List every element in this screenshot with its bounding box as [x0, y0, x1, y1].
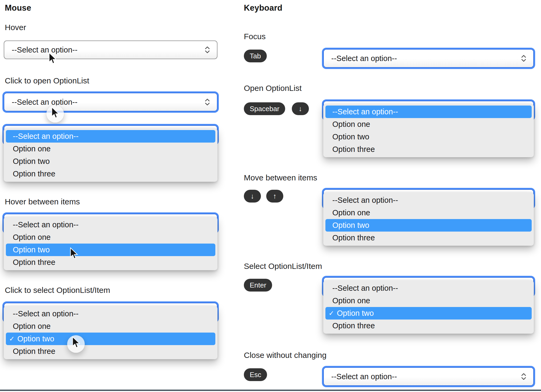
bottom-divider	[0, 390, 541, 391]
hover-section-label: Hover	[5, 23, 26, 32]
open-optionlist-section-label: Open OptionList	[244, 84, 302, 93]
option-item-selected[interactable]: --Select an option--	[325, 106, 532, 118]
select-value: --Select an option--	[12, 98, 78, 107]
select-click-open[interactable]: --Select an option--	[4, 93, 217, 111]
select-close-focused[interactable]: --Select an option--	[323, 367, 534, 386]
keyboard-column-title: Keyboard	[244, 3, 282, 13]
select-value: --Select an option--	[331, 54, 397, 63]
option-item[interactable]: Option one	[323, 294, 534, 307]
option-list: --Select an option-- Option one Option t…	[323, 192, 534, 246]
option-item[interactable]: Option one	[4, 143, 217, 155]
focus-section-label: Focus	[244, 32, 266, 41]
click-halo	[46, 105, 64, 123]
option-item-active[interactable]: Option two	[325, 219, 532, 232]
key-enter: Enter	[244, 279, 272, 292]
click-open-section-label: Click to open OptionList	[5, 76, 89, 85]
option-item[interactable]: --Select an option--	[4, 308, 217, 320]
key-tab: Tab	[244, 50, 267, 62]
option-item-selected[interactable]: ✓ Option two	[6, 333, 215, 345]
option-item-selected[interactable]: ✓ Option two	[325, 307, 532, 320]
key-arrow-down: ↓	[292, 102, 309, 115]
option-item[interactable]: Option three	[4, 345, 217, 358]
option-item[interactable]: Option three	[323, 143, 534, 156]
select-item-section-label: Select OptionList/Item	[244, 262, 322, 271]
optionlist-demo-hover-items: --Select an option-- Option one Option t…	[4, 214, 217, 270]
option-item[interactable]: Option one	[4, 231, 217, 244]
optionlist-demo-select-keyboard: --Select an option-- Option one ✓ Option…	[323, 277, 534, 334]
option-item[interactable]: Option two	[323, 131, 534, 143]
optionlist-demo-open: --Select an option-- Option one Option t…	[4, 125, 217, 182]
move-items-section-label: Move between items	[244, 173, 317, 182]
chevron-updown-icon	[520, 54, 527, 63]
option-item[interactable]: --Select an option--	[4, 219, 217, 231]
option-item[interactable]: Option one	[323, 118, 534, 131]
chevron-updown-icon	[204, 46, 211, 54]
select-value: --Select an option--	[331, 372, 397, 381]
select-hover[interactable]: --Select an option--	[4, 41, 217, 59]
checkmark-icon: ✓	[9, 336, 15, 342]
option-item[interactable]: Option two	[4, 155, 217, 168]
option-item[interactable]: Option three	[323, 320, 534, 332]
option-item[interactable]: Option one	[4, 320, 217, 333]
key-arrow-up: ↑	[266, 190, 283, 203]
option-item[interactable]: Option three	[323, 232, 534, 244]
page: Mouse Hover --Select an option-- Click t…	[0, 0, 541, 392]
click-select-section-label: Click to select OptionList/Item	[5, 286, 110, 295]
key-esc: Esc	[244, 368, 267, 381]
select-focused[interactable]: --Select an option--	[323, 49, 534, 68]
option-item[interactable]: Option one	[323, 207, 534, 219]
option-list: --Select an option-- Option one ✓ Option…	[323, 280, 534, 334]
optionlist-demo-move-keyboard: --Select an option-- Option one Option t…	[323, 189, 534, 246]
option-item-selected[interactable]: --Select an option--	[6, 130, 215, 143]
chevron-updown-icon	[520, 372, 527, 381]
option-item-label: Option two	[17, 334, 54, 343]
chevron-updown-icon	[204, 98, 211, 106]
hover-items-section-label: Hover between items	[5, 197, 80, 206]
option-item-hovered[interactable]: Option two	[6, 244, 215, 256]
key-spacebar: Spacebar	[244, 102, 285, 115]
select-value: --Select an option--	[12, 46, 78, 54]
close-section-label: Close without changing	[244, 351, 326, 360]
option-item[interactable]: Option three	[4, 168, 217, 180]
option-item[interactable]: --Select an option--	[323, 282, 534, 294]
key-arrow-down: ↓	[244, 190, 261, 203]
option-list: --Select an option-- Option one ✓ Option…	[4, 306, 217, 359]
optionlist-demo-click-select: --Select an option-- Option one ✓ Option…	[4, 303, 217, 359]
option-list: --Select an option-- Option one Option t…	[4, 217, 217, 270]
option-item-label: Option two	[337, 309, 374, 318]
option-item[interactable]: Option three	[4, 256, 217, 269]
checkmark-icon: ✓	[329, 310, 334, 317]
option-item[interactable]: --Select an option--	[323, 194, 534, 207]
click-halo	[67, 335, 85, 353]
option-list: --Select an option-- Option one Option t…	[323, 104, 534, 157]
optionlist-demo-open-keyboard: --Select an option-- Option one Option t…	[323, 101, 534, 157]
option-list: --Select an option-- Option one Option t…	[4, 128, 217, 182]
mouse-column-title: Mouse	[5, 3, 31, 13]
